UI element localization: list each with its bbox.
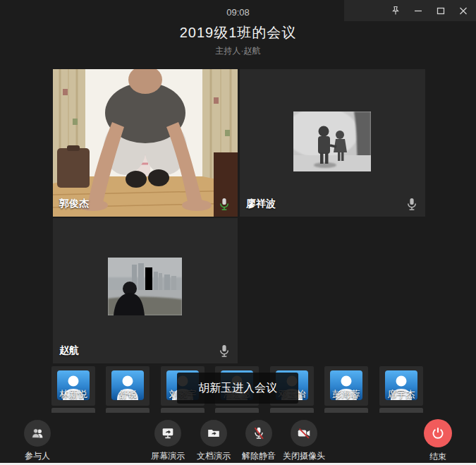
participant-name: 廖祥波 (246, 198, 276, 210)
toolbar-label: 关闭摄像头 (283, 450, 325, 462)
pushup-video-frame (53, 69, 238, 217)
minimize-icon[interactable] (410, 2, 427, 19)
camera-off-icon (291, 420, 317, 447)
participant-name: 郭俊杰 (59, 198, 89, 210)
toolbar-label: 屏幕演示 (151, 450, 185, 462)
video-tile-guojunjie[interactable]: 郭俊杰 (53, 69, 238, 217)
toolbar-label: 文档演示 (197, 450, 231, 462)
screen-share-icon (154, 420, 181, 447)
doc-share-button[interactable]: 文档演示 (191, 420, 236, 462)
thumbnail-partial (161, 408, 205, 413)
toolbar-label: 参与人 (25, 450, 50, 462)
toolbar-label: 解除静音 (242, 450, 276, 462)
join-toast-text: 胡新玉进入会议 (198, 381, 277, 396)
close-icon[interactable] (455, 2, 472, 19)
thumbnail-partial (379, 408, 423, 413)
camera-off-button[interactable]: 关闭摄像头 (277, 420, 331, 462)
folder-share-icon (200, 420, 227, 447)
thumbnail-name: 林新悦 (51, 388, 95, 401)
meeting-title: 2019级1班的会议 (0, 23, 476, 42)
unmute-button[interactable]: 解除静音 (236, 420, 281, 462)
pin-icon[interactable] (387, 2, 404, 19)
mic-active-icon (218, 198, 231, 212)
window-controls (387, 0, 476, 21)
thumbnail-penghairong[interactable]: 彭海蓉 (324, 366, 368, 406)
end-meeting-button[interactable]: 结束 (417, 419, 458, 463)
thumbnail-partial (106, 408, 149, 413)
profile-photo-children (293, 111, 371, 171)
mic-muted-icon (245, 420, 272, 447)
profile-photo-cityscape (108, 258, 182, 315)
thumbnail-partial (215, 408, 259, 413)
meeting-window: 09:08 2019级1班的会议 主持人·赵航 (0, 0, 476, 465)
thumbnail-linxinyue[interactable]: 林新悦 (51, 366, 95, 406)
thumbnail-partial (324, 408, 368, 413)
video-tile-zhaohang[interactable]: 赵航 (53, 218, 238, 363)
thumbnail-partial (270, 408, 314, 413)
thumbnail-name: 舒锐 (106, 388, 149, 401)
meeting-host: 主持人·赵航 (0, 45, 476, 57)
thumbnail-shurui[interactable]: 舒锐 (106, 366, 149, 406)
toolbar-label: 结束 (429, 451, 446, 463)
participant-name: 赵航 (59, 344, 79, 357)
participants-button[interactable]: 参与人 (17, 420, 58, 462)
thumbnail-name: 席宇杰 (379, 388, 423, 401)
video-tile-liaoxiangbo[interactable]: 廖祥波 (240, 69, 425, 217)
thumbnail-name: 彭海蓉 (324, 388, 368, 401)
join-toast: 胡新玉进入会议 (177, 373, 298, 404)
maximize-icon[interactable] (432, 2, 449, 19)
power-icon (424, 419, 452, 447)
mic-icon (405, 198, 418, 212)
thumbnail-partial (51, 408, 95, 413)
screen-share-button[interactable]: 屏幕演示 (145, 420, 190, 462)
people-icon (24, 420, 51, 447)
thumbnail-xiyujie[interactable]: 席宇杰 (379, 366, 423, 406)
mic-icon (218, 344, 231, 358)
